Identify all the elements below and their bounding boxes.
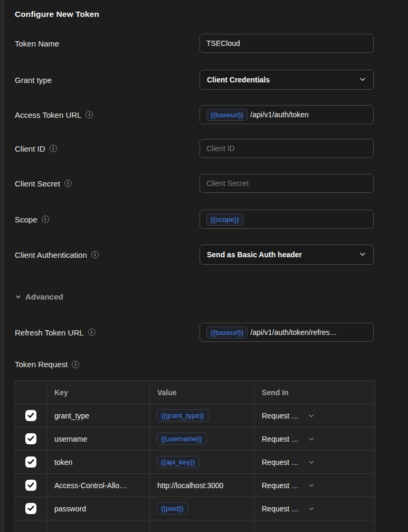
- send-in-value: Request …: [262, 435, 299, 443]
- param-value-variable[interactable]: {{pwd}}: [157, 502, 188, 515]
- variable-pill[interactable]: {{scope}}: [206, 213, 243, 226]
- check-icon: [27, 436, 34, 442]
- send-in-select[interactable]: Request …: [254, 458, 375, 466]
- label-text: Token Request: [15, 360, 68, 369]
- chevron-down-icon: [308, 506, 315, 512]
- header-checkbox-column: [15, 381, 47, 404]
- header-key: Key: [47, 381, 150, 404]
- client-id-input[interactable]: Client ID: [200, 139, 374, 158]
- check-icon: [27, 482, 34, 488]
- variable-pill[interactable]: {{baseurl}}: [206, 326, 248, 339]
- send-in-select[interactable]: Request …: [254, 412, 375, 420]
- access-token-url-input[interactable]: {{baseurl}} /api/v1/auth/token: [200, 105, 374, 124]
- label-text: Grant type: [15, 76, 52, 85]
- variable-pill[interactable]: {{baseurl}}: [206, 109, 248, 121]
- header-send-in: Send In: [254, 381, 375, 404]
- send-in-value: Request …: [262, 412, 299, 420]
- row-checkbox[interactable]: [25, 456, 36, 468]
- info-icon[interactable]: i: [88, 329, 96, 336]
- grant-type-select[interactable]: Client Credentials: [200, 70, 374, 90]
- form-row-token-name: Token Name TSECloud: [15, 34, 374, 53]
- send-in-value: Request …: [262, 481, 299, 490]
- client-authentication-label: Client Authentication i: [15, 250, 99, 259]
- form-row-grant-type: Grant type Client Credentials: [15, 70, 374, 90]
- check-icon: [27, 413, 34, 418]
- table-row: username {{username}} Request …: [15, 427, 375, 451]
- row-checkbox[interactable]: [25, 480, 36, 491]
- chevron-down-icon: [308, 459, 315, 465]
- form-row-refresh-token-url: Refresh Token URL i {{baseurl}} /api/v1/…: [15, 323, 374, 342]
- form-row-access-token-url: Access Token URL i {{baseurl}} /api/v1/a…: [15, 105, 374, 124]
- send-in-select[interactable]: Request …: [254, 505, 375, 513]
- send-in-select[interactable]: Request …: [254, 481, 375, 490]
- scope-input[interactable]: {{scope}}: [200, 210, 374, 229]
- token-name-input[interactable]: TSECloud: [200, 34, 374, 53]
- check-icon: [27, 459, 34, 465]
- table-row: grant_type {{grant_type}} Request …: [15, 404, 375, 427]
- chevron-down-icon: [308, 436, 315, 442]
- client-authentication-select[interactable]: Send as Basic Auth header: [200, 245, 374, 265]
- chevron-down-icon: [308, 482, 315, 489]
- token-name-value: TSECloud: [206, 39, 240, 48]
- check-icon: [27, 506, 34, 511]
- row-checkbox[interactable]: [25, 410, 36, 421]
- param-value-variable[interactable]: {{grant_type}}: [157, 409, 208, 422]
- chevron-down-icon: [359, 76, 366, 85]
- param-key[interactable]: grant_type: [47, 404, 150, 427]
- client-secret-placeholder: Client Secret: [206, 179, 249, 188]
- token-name-label: Token Name: [15, 39, 59, 48]
- scope-label: Scope i: [15, 215, 49, 224]
- refresh-token-url-label: Refresh Token URL i: [15, 328, 96, 337]
- empty-send-in-cell[interactable]: [254, 520, 375, 532]
- access-token-url-label: Access Token URL i: [15, 110, 93, 119]
- info-icon[interactable]: i: [86, 111, 93, 118]
- send-in-select[interactable]: Request …: [254, 435, 375, 443]
- url-suffix: /api/v1/auth/token/refres…: [250, 328, 337, 337]
- client-id-placeholder: Client ID: [206, 144, 235, 153]
- table-row: token {{api_key}} Request …: [15, 451, 375, 474]
- info-icon[interactable]: i: [91, 251, 99, 258]
- label-text: Client ID: [15, 144, 45, 153]
- advanced-section-toggle[interactable]: Advanced: [15, 292, 374, 301]
- page-title: Configure New Token: [15, 0, 374, 19]
- form-row-client-id: Client ID i Client ID: [15, 139, 374, 158]
- client-secret-input[interactable]: Client Secret: [200, 174, 374, 193]
- form-row-client-secret: Client Secret i Client Secret: [15, 174, 374, 193]
- url-suffix: /api/v1/auth/token: [250, 110, 309, 119]
- info-icon[interactable]: i: [72, 361, 79, 368]
- form-row-client-authentication: Client Authentication i Send as Basic Au…: [15, 245, 374, 265]
- info-icon[interactable]: i: [42, 216, 49, 223]
- token-request-label: Token Request i: [15, 360, 374, 369]
- info-icon[interactable]: i: [64, 180, 72, 187]
- chevron-down-icon: [308, 413, 315, 419]
- label-text: Scope: [15, 215, 37, 224]
- token-request-table: Key Value Send In grant_type {{grant_typ…: [14, 380, 375, 532]
- panel-edge: [0, 0, 5, 532]
- client-authentication-value: Send as Basic Auth header: [207, 250, 302, 259]
- label-text: Client Secret: [15, 179, 60, 188]
- param-value-variable[interactable]: {{username}}: [157, 433, 206, 445]
- row-checkbox[interactable]: [25, 433, 36, 444]
- param-key[interactable]: password: [47, 497, 150, 520]
- send-in-value: Request …: [262, 505, 299, 513]
- advanced-section-title: Advanced: [25, 292, 63, 301]
- empty-cell[interactable]: [15, 520, 47, 532]
- param-key[interactable]: Access-Control-Allo…: [47, 474, 150, 497]
- grant-type-label: Grant type: [15, 76, 52, 85]
- configure-token-panel: Configure New Token Token Name TSECloud …: [15, 0, 374, 532]
- send-in-value: Request …: [262, 458, 299, 466]
- label-text: Access Token URL: [15, 110, 81, 119]
- label-text: Refresh Token URL: [15, 328, 84, 337]
- refresh-token-url-input[interactable]: {{baseurl}} /api/v1/auth/token/refres…: [200, 323, 374, 342]
- header-value: Value: [150, 381, 254, 404]
- param-value-variable[interactable]: {{api_key}}: [157, 456, 200, 468]
- param-value-text[interactable]: http://localhost:3000: [150, 474, 254, 497]
- empty-value-cell[interactable]: [150, 520, 254, 532]
- param-key[interactable]: token: [47, 451, 150, 474]
- empty-key-cell[interactable]: [47, 520, 150, 532]
- row-checkbox[interactable]: [25, 503, 36, 514]
- table-row-empty: [15, 520, 375, 532]
- table-row: password {{pwd}} Request …: [15, 497, 375, 520]
- param-key[interactable]: username: [47, 427, 150, 451]
- info-icon[interactable]: i: [50, 145, 57, 152]
